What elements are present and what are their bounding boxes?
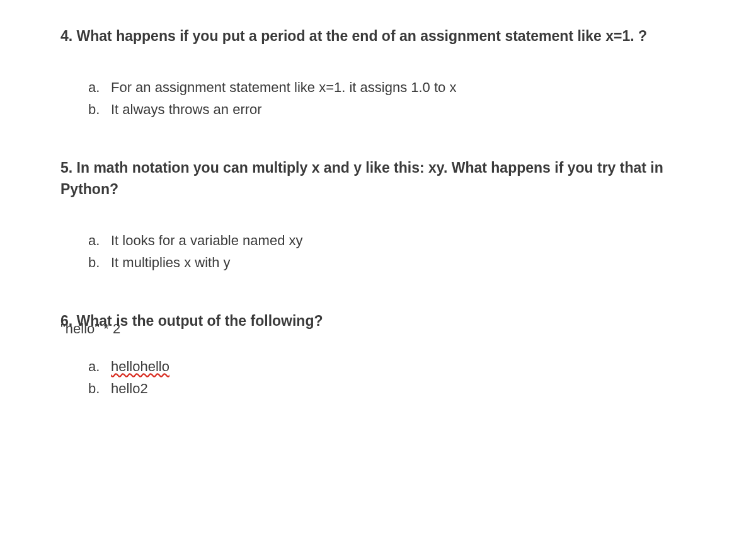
option-marker: b. [88,251,111,273]
option-marker: b. [88,377,111,400]
question-5-title: 5. In math notation you can multiply x a… [60,157,696,200]
option-text: It always throws an error [111,98,696,120]
question-5-options: a. It looks for a variable named xy b. I… [60,229,696,273]
list-item: a. hellohello [88,355,696,377]
list-item: b. It multiplies x with y [88,251,696,273]
list-item: a. For an assignment statement like x=1.… [88,76,696,98]
list-item: a. It looks for a variable named xy [88,229,696,251]
option-marker: a. [88,76,111,98]
list-item: b. hello2 [88,377,696,400]
list-item: b. It always throws an error [88,98,696,120]
option-text: hellohello [111,355,696,377]
question-4-title: 4. What happens if you put a period at t… [60,25,696,47]
option-text: It multiplies x with y [111,251,696,273]
option-marker: b. [88,98,111,120]
option-text: It looks for a variable named xy [111,229,696,251]
option-text: hello2 [111,377,696,400]
question-6-options: a. hellohello b. hello2 [60,355,696,400]
option-marker: a. [88,355,111,377]
spellcheck-text: hellohello [111,359,169,374]
option-marker: a. [88,229,111,251]
question-5-block: 5. In math notation you can multiply x a… [60,157,696,273]
question-4-block: 4. What happens if you put a period at t… [60,25,696,120]
option-text: For an assignment statement like x=1. it… [111,76,696,98]
question-4-options: a. For an assignment statement like x=1.… [60,76,696,120]
question-6-block: 6. What is the output of the following? … [60,310,696,400]
